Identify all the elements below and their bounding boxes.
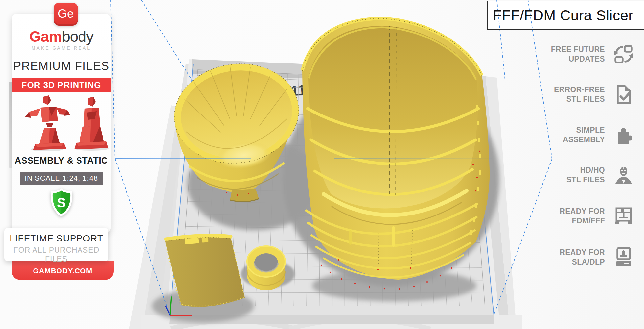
puzzle-icon <box>613 125 634 145</box>
support-shield-icon: S <box>47 188 76 219</box>
brand-name: Gambody <box>12 29 111 44</box>
brand-name-accent: Gam <box>29 28 62 45</box>
feature-line2: STL FILES <box>566 175 605 185</box>
model-ring[interactable] <box>247 246 285 290</box>
shield-letter: S <box>57 195 66 210</box>
future-updates-icon <box>613 44 634 64</box>
feature-line1: HD/HQ <box>566 165 605 175</box>
premium-files-line: PREMIUM FILES <box>12 59 111 73</box>
feature-line2: UPDATES <box>551 54 605 64</box>
figurine-static <box>74 97 108 149</box>
screenshot-root: 11 <box>0 0 644 329</box>
brand-tagline: MAKE GAME REAL <box>12 45 111 51</box>
feature-simple-assembly: SIMPLE ASSEMBLY <box>563 123 634 147</box>
feature-line1: READY FOR <box>560 248 605 257</box>
feature-line1: SIMPLE <box>563 125 605 135</box>
feature-error-free-stl: ERROR-FREE STL FILES <box>554 83 634 106</box>
figurines-illustration <box>12 93 110 154</box>
assembly-static-line: ASSEMBLY & STATIC <box>12 156 111 166</box>
for-3d-printing-banner: FOR 3D PRINTING <box>12 78 111 92</box>
feature-hd-hq-stl: HD/HQ STL FILES <box>566 163 634 187</box>
feature-line2: SLA/DLP <box>560 257 605 267</box>
feature-line2: STL FILES <box>554 94 605 104</box>
feature-free-future-updates: FREE FUTURE UPDATES <box>551 42 634 66</box>
gambody-logo-badge: Ge <box>54 3 78 26</box>
feature-line2: FDM/FFF <box>560 216 605 226</box>
feature-ready-fdm: READY FOR FDM/FFF <box>560 204 634 228</box>
brand-name-rest: body <box>62 28 93 45</box>
model-cylinder[interactable] <box>302 18 490 290</box>
scale-badge: IN SCALE 1:24, 1:48 <box>20 172 103 185</box>
support-card: LIFETIME SUPPORT FOR ALL PURCHASED FILES <box>4 228 108 261</box>
feature-line2: ASSEMBLY <box>563 135 605 144</box>
page-title: FFF/FDM Cura Slicer <box>493 7 633 24</box>
feature-line1: FREE FUTURE <box>551 45 605 54</box>
fdm-printer-icon <box>613 206 634 226</box>
website-link[interactable]: GAMBODY.COM <box>12 261 114 280</box>
hd-bust-icon <box>613 165 634 185</box>
feature-line1: READY FOR <box>560 207 605 216</box>
support-subtitle: FOR ALL PURCHASED FILES <box>4 246 108 264</box>
feature-ready-sla: READY FOR SLA/DLP <box>560 245 634 269</box>
sla-printer-icon <box>613 247 634 267</box>
support-title: LIFETIME SUPPORT <box>4 233 108 244</box>
error-free-stl-icon <box>613 84 634 105</box>
figurine-assembly <box>25 95 70 150</box>
feature-line1: ERROR-FREE <box>554 85 605 94</box>
